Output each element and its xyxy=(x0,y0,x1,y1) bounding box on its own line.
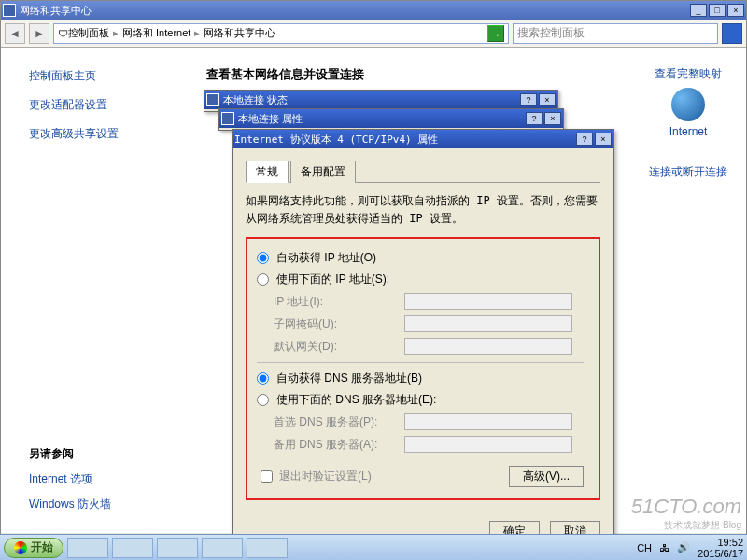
back-button[interactable]: ◄ xyxy=(5,23,25,44)
ip-address-label: IP 地址(I): xyxy=(274,294,404,310)
tray-network-icon[interactable]: 🖧 xyxy=(659,542,669,553)
taskbar-item[interactable] xyxy=(67,538,108,558)
breadcrumb-item[interactable]: 网络和 Internet xyxy=(122,26,190,40)
subnet-mask-label: 子网掩码(U): xyxy=(274,316,404,332)
validate-on-exit-label: 退出时验证设置(L) xyxy=(279,469,372,484)
also-see-title: 另请参阅 xyxy=(29,446,111,462)
close-button[interactable]: × xyxy=(544,112,561,125)
also-see-windows-firewall[interactable]: Windows 防火墙 xyxy=(29,497,111,512)
dialog-tcpip-titlebar[interactable]: Internet 协议版本 4 (TCP/IPv4) 属性 ?× xyxy=(233,130,613,148)
breadcrumb-item[interactable]: 网络和共享中心 xyxy=(204,26,275,40)
alternate-dns-input xyxy=(404,436,572,453)
refresh-button[interactable]: → xyxy=(487,25,504,42)
language-indicator[interactable]: CH xyxy=(637,542,652,553)
taskbar-item[interactable] xyxy=(157,538,198,558)
divider xyxy=(257,362,584,363)
validate-on-exit-checkbox[interactable] xyxy=(261,470,273,483)
start-button[interactable]: 开始 xyxy=(4,538,63,558)
also-see-section: 另请参阅 Internet 选项 Windows 防火墙 xyxy=(29,446,111,522)
dialog-props-titlebar[interactable]: 本地连接 属性 ?× xyxy=(219,109,563,128)
close-button[interactable]: × xyxy=(595,133,612,146)
radio-manual-dns-label: 使用下面的 DNS 服务器地址(E): xyxy=(276,392,436,408)
dialog-body: 常规 备用配置 如果网络支持此功能，则可以获取自动指派的 IP 设置。否则，您需… xyxy=(233,148,613,515)
minimize-button[interactable]: _ xyxy=(690,4,707,17)
alternate-dns-label: 备用 DNS 服务器(A): xyxy=(274,437,404,453)
advanced-button[interactable]: 高级(V)... xyxy=(509,466,584,487)
explorer-titlebar[interactable]: 网络和共享中心 _ □ × xyxy=(1,1,746,20)
sidebar-adapter-settings-link[interactable]: 更改适配器设置 xyxy=(29,97,188,113)
radio-manual-ip[interactable] xyxy=(257,273,269,286)
sidebar-home-link[interactable]: 控制面板主页 xyxy=(29,68,188,84)
breadcrumb-icon: 🛡 xyxy=(58,28,68,39)
tray-sound-icon[interactable]: 🔊 xyxy=(677,541,690,553)
dialog-tcpip-properties: Internet 协议版本 4 (TCP/IPv4) 属性 ?× 常规 备用配置… xyxy=(232,129,614,553)
nav-toolbar: ◄ ► 🛡 控制面板 ▸ 网络和 Internet ▸ 网络和共享中心 → 搜索… xyxy=(1,20,746,48)
dialog-connection-properties: 本地连接 属性 ?× xyxy=(218,108,564,131)
radio-auto-ip[interactable] xyxy=(257,252,269,264)
radio-manual-dns[interactable] xyxy=(257,394,269,406)
windows-orb-icon xyxy=(14,541,27,554)
ip-address-input xyxy=(404,293,572,310)
dialog-icon xyxy=(206,93,219,106)
close-button[interactable]: × xyxy=(539,93,556,106)
help-button[interactable]: ? xyxy=(526,112,543,125)
search-input[interactable]: 搜索控制面板 xyxy=(513,23,718,44)
tab-general[interactable]: 常规 xyxy=(246,161,289,183)
clock-time[interactable]: 19:52 xyxy=(698,537,743,548)
gateway-label: 默认网关(D): xyxy=(274,339,404,355)
dialog-icon xyxy=(221,112,234,125)
taskbar: 开始 CH 🖧 🔊 19:52 2015/6/17 xyxy=(0,534,747,560)
settings-group: 自动获得 IP 地址(O) 使用下面的 IP 地址(S): IP 地址(I): … xyxy=(246,237,600,500)
window-icon xyxy=(3,4,16,17)
connect-disconnect-link[interactable]: 连接或断开连接 xyxy=(649,164,727,180)
gateway-input xyxy=(404,338,572,355)
preferred-dns-input xyxy=(404,413,572,430)
window-title: 网络和共享中心 xyxy=(20,4,690,18)
radio-auto-dns[interactable] xyxy=(257,372,269,385)
internet-label: Internet xyxy=(649,125,727,138)
radio-manual-ip-label: 使用下面的 IP 地址(S): xyxy=(276,272,389,287)
preferred-dns-label: 首选 DNS 服务器(P): xyxy=(274,414,404,430)
maximize-button[interactable]: □ xyxy=(709,4,726,17)
full-map-link[interactable]: 查看完整映射 xyxy=(649,66,727,82)
clock-date[interactable]: 2015/6/17 xyxy=(698,548,743,559)
dialog-status-titlebar[interactable]: 本地连接 状态 ?× xyxy=(204,91,557,109)
radio-auto-dns-label: 自动获得 DNS 服务器地址(B) xyxy=(276,371,422,386)
taskbar-item[interactable] xyxy=(202,538,243,558)
sidebar-sharing-settings-link[interactable]: 更改高级共享设置 xyxy=(29,126,188,142)
taskbar-item[interactable] xyxy=(112,538,153,558)
close-button[interactable]: × xyxy=(727,4,744,17)
search-button[interactable] xyxy=(722,23,742,44)
forward-button[interactable]: ► xyxy=(29,23,49,44)
description-text: 如果网络支持此功能，则可以获取自动指派的 IP 设置。否则，您需要从网络系统管理… xyxy=(246,192,600,228)
breadcrumb-item[interactable]: 控制面板 xyxy=(68,26,109,40)
radio-auto-ip-label: 自动获得 IP 地址(O) xyxy=(276,250,376,266)
help-button[interactable]: ? xyxy=(576,133,593,146)
help-button[interactable]: ? xyxy=(520,93,537,106)
tab-alternate[interactable]: 备用配置 xyxy=(290,161,356,183)
subnet-mask-input xyxy=(404,315,572,332)
also-see-internet-options[interactable]: Internet 选项 xyxy=(29,471,111,487)
internet-globe-icon xyxy=(671,88,705,121)
address-bar[interactable]: 🛡 控制面板 ▸ 网络和 Internet ▸ 网络和共享中心 → xyxy=(53,23,509,44)
taskbar-item[interactable] xyxy=(247,538,288,558)
network-map-column: 查看完整映射 Internet 连接或断开连接 xyxy=(649,66,727,180)
system-tray: CH 🖧 🔊 19:52 2015/6/17 xyxy=(637,537,743,559)
tab-strip: 常规 备用配置 xyxy=(246,160,600,183)
